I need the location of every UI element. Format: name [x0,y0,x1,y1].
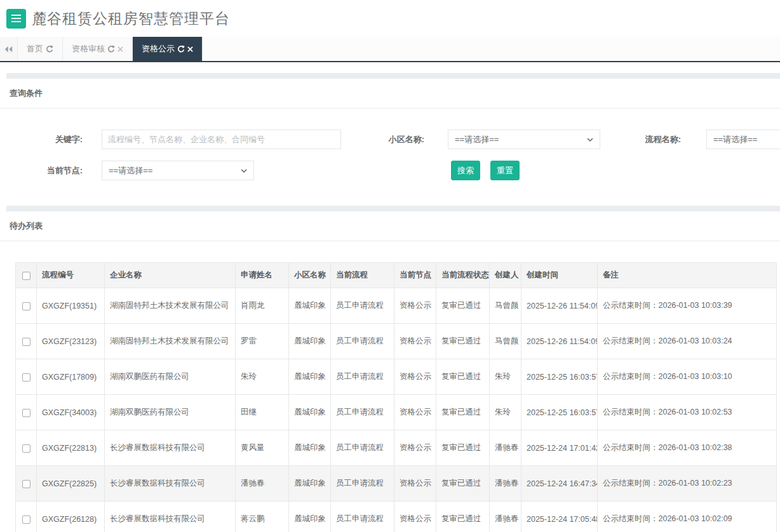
todo-table: 流程编号企业名称申请姓名小区名称当前流程当前节点当前流程状态创建人创建时间备注 … [15,262,777,532]
cell-remark: 公示结束时间：2026-01-03 10:03:24 [598,324,777,359]
todo-table-head-row: 流程编号企业名称申请姓名小区名称当前流程当前节点当前流程状态创建人创建时间备注 [16,263,777,288]
tab-label: 首页 [27,43,43,55]
cell-community: 麓城印象 [289,359,331,395]
refresh-icon[interactable] [177,45,185,53]
tabs-scroll-left-button[interactable] [0,37,18,61]
tab-label: 资格审核 [72,43,105,55]
column-header: 创建人 [490,263,521,288]
table-row: GXGZF(34003)湖南双鹏医药有限公司田继麓城印象员工申请流程资格公示复审… [16,395,777,430]
reset-button[interactable]: 重置 [490,161,520,180]
double-left-icon [4,46,13,53]
refresh-icon[interactable] [46,45,53,53]
cell-creator: 朱玲 [490,395,521,430]
cell-company: 长沙睿展数据科技有限公司 [105,466,236,502]
sidebar-toggle-button[interactable] [6,9,26,29]
cell-applicant: 罗雷 [236,324,289,359]
cell-id: GXGZF(23123) [37,324,105,359]
tab-label: 资格公示 [142,43,175,55]
cell-process: 员工申请流程 [331,395,394,430]
tab-home[interactable]: 首页 [18,37,63,61]
cell-created: 2025-12-26 11:54:09 [521,288,598,324]
row-checkbox-cell [16,430,37,466]
community-select[interactable]: ==请选择== [448,130,600,149]
table-row: GXGZF(23123)湖南固特邦土木技术发展有限公司罗雷麓城印象员工申请流程资… [16,324,777,359]
close-icon[interactable] [118,46,123,52]
row-checkbox[interactable] [22,515,30,524]
cell-process: 员工申请流程 [331,324,394,359]
cell-node: 资格公示 [394,466,436,502]
cell-node: 资格公示 [394,502,436,532]
column-header: 当前节点 [394,263,436,288]
select-all-checkbox[interactable] [22,272,30,280]
form-row-1: 关键字: 小区名称: ==请选择== 流程名称: ==请选择== [6,130,780,149]
process-name-select-value: ==请选择== [713,134,757,145]
cell-remark: 公示结束时间：2026-01-03 10:02:38 [598,430,777,466]
close-icon[interactable] [187,46,193,52]
cell-community: 麓城印象 [289,502,331,532]
cell-status: 复审已通过 [436,430,490,466]
cell-created: 2025-12-24 17:01:42 [521,430,598,466]
cell-creator: 马曾颜 [490,288,521,324]
cell-creator: 潘驰春 [490,466,521,502]
column-header: 小区名称 [289,263,331,288]
cell-applicant: 潘驰春 [236,466,289,502]
todo-panel-title: 待办列表 [0,211,780,241]
tab-qualification-publicity[interactable]: 资格公示 [133,37,203,61]
column-header: 创建时间 [521,263,598,288]
tab-qualification-review[interactable]: 资格审核 [63,37,133,61]
row-checkbox-cell [16,288,37,324]
row-checkbox[interactable] [22,444,30,453]
cell-remark: 公示结束时间：2026-01-03 10:02:23 [598,466,777,502]
cell-status: 复审已通过 [436,324,490,359]
cell-company: 湖南固特邦土木技术发展有限公司 [105,288,236,324]
form-row-2: 当前节点: ==请选择== 搜索 重置 [6,161,780,180]
cell-process: 员工申请流程 [331,466,394,502]
cell-company: 长沙睿展数据科技有限公司 [105,502,236,532]
keyword-input[interactable] [102,130,341,149]
cell-id: GXGZF(17809) [37,359,105,395]
row-checkbox-cell [16,395,37,430]
cell-node: 资格公示 [394,395,436,430]
row-checkbox[interactable] [22,338,30,346]
cell-id: GXGZF(26128) [37,502,105,532]
process-name-select[interactable]: ==请选择== [706,130,780,149]
cell-status: 复审已通过 [436,502,490,532]
cell-status: 复审已通过 [436,288,490,324]
search-button[interactable]: 搜索 [451,161,480,180]
todo-panel: 待办列表 流程编号企业名称申请姓名小区名称当前流程当前节点当前流程状态创建人创建… [0,211,780,532]
cell-id: GXGZF(19351) [37,288,105,324]
query-form: 关键字: 小区名称: ==请选择== 流程名称: ==请选择== 当前节点: =… [0,109,780,204]
cell-status: 复审已通过 [436,395,490,430]
table-row: GXGZF(17809)湖南双鹏医药有限公司朱玲麓城印象员工申请流程资格公示复审… [16,359,777,395]
section-gap [6,206,780,211]
current-node-select[interactable]: ==请选择== [102,161,254,180]
cell-applicant: 朱玲 [236,359,289,395]
cell-status: 复审已通过 [436,359,490,395]
refresh-icon[interactable] [107,45,115,53]
query-panel: 查询条件 关键字: 小区名称: ==请选择== 流程名称: ==请选择== 当前… [0,79,780,204]
todo-table-wrap: 流程编号企业名称申请姓名小区名称当前流程当前节点当前流程状态创建人创建时间备注 … [0,241,780,532]
row-checkbox-cell [16,324,37,359]
cell-node: 资格公示 [394,430,436,466]
cell-created: 2025-12-24 17:05:48 [521,502,598,532]
row-checkbox[interactable] [22,302,30,310]
cell-created: 2025-12-25 16:03:57 [521,395,598,430]
row-checkbox[interactable] [22,373,30,382]
section-gap [6,73,780,79]
cell-applicant: 田继 [236,395,289,430]
row-checkbox[interactable] [22,480,30,488]
cell-community: 麓城印象 [289,466,331,502]
row-checkbox[interactable] [22,409,30,417]
cell-node: 资格公示 [394,288,436,324]
column-header: 备注 [598,263,777,288]
cell-community: 麓城印象 [289,288,331,324]
cell-company: 湖南固特邦土木技术发展有限公司 [105,324,236,359]
cell-remark: 公示结束时间：2026-01-03 10:03:39 [598,288,777,324]
cell-applicant: 蒋云鹏 [236,502,289,532]
cell-remark: 公示结束时间：2026-01-03 10:02:09 [598,502,777,532]
column-header: 当前流程状态 [436,263,490,288]
row-checkbox-cell [16,502,37,532]
cell-creator: 马曾颜 [490,324,521,359]
column-header: 申请姓名 [236,263,289,288]
cell-company: 湖南双鹏医药有限公司 [105,359,236,395]
